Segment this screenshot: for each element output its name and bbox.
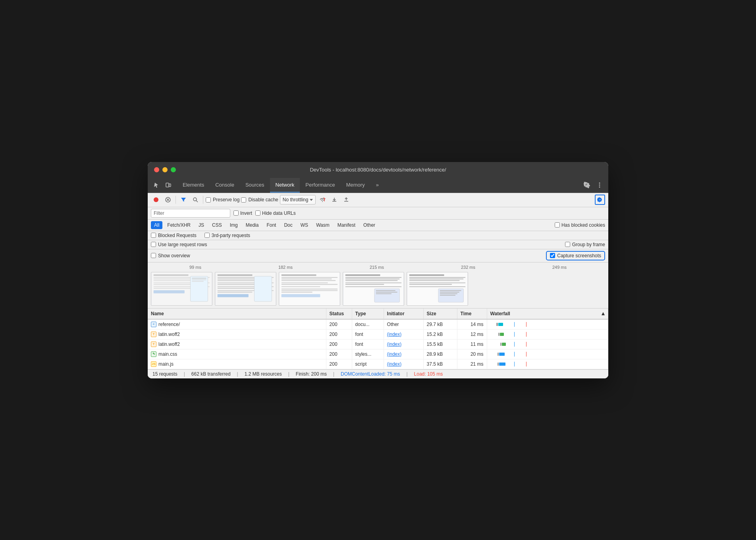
svg-rect-1 [169, 184, 171, 187]
screenshot-thumb-1[interactable] [151, 272, 212, 306]
th-time[interactable]: Time [457, 309, 487, 319]
preserve-log-group[interactable]: Preserve log [206, 197, 239, 202]
screenshot-thumb-4[interactable] [343, 272, 404, 306]
type-filter-other[interactable]: Other [360, 221, 378, 229]
capture-screenshots-group[interactable]: Capture screenshots [546, 251, 605, 260]
has-blocked-cookies-group[interactable]: Has blocked cookies [555, 222, 605, 228]
minimize-button[interactable] [162, 167, 168, 172]
type-filter-img[interactable]: Img [227, 221, 241, 229]
table-row[interactable]: ✎ main.css 200 styles... (index) 28.9 kB… [148, 349, 608, 359]
tab-elements[interactable]: Elements [177, 177, 210, 193]
table-row[interactable]: T latin.woff2 200 font (index) 15.5 kB 1… [148, 339, 608, 349]
type-filter-js[interactable]: JS [195, 221, 207, 229]
type-filter-fetch-xhr[interactable]: Fetch/XHR [164, 221, 194, 229]
table-row[interactable]: ≡ reference/ 200 docu... Other 29.7 kB 1… [148, 320, 608, 330]
svg-rect-52 [282, 280, 336, 281]
invert-checkbox[interactable] [233, 210, 239, 216]
network-settings-button[interactable] [595, 195, 605, 205]
type-filter-manifest[interactable]: Manifest [334, 221, 359, 229]
device-toolbar-icon[interactable] [163, 179, 174, 191]
throttle-select[interactable]: No throttling [280, 195, 316, 204]
type-filter-all[interactable]: All [151, 221, 162, 229]
th-status[interactable]: Status [326, 309, 352, 319]
status-bar: 15 requests | 662 kB transferred | 1.2 M… [148, 369, 608, 378]
show-overview-checkbox[interactable] [151, 253, 156, 258]
third-party-checkbox[interactable] [204, 233, 210, 238]
svg-rect-56 [282, 289, 338, 289]
svg-point-6 [599, 187, 600, 188]
type-filter-font[interactable]: Font [263, 221, 279, 229]
svg-rect-78 [409, 284, 452, 285]
hide-data-urls-checkbox[interactable] [255, 210, 260, 216]
toolbar-separator-2 [203, 196, 203, 204]
th-initiator[interactable]: Initiator [384, 309, 424, 319]
tab-network[interactable]: Network [270, 177, 300, 193]
th-name[interactable]: Name [148, 309, 326, 319]
svg-rect-36 [218, 274, 253, 276]
has-blocked-cookies-checkbox[interactable] [555, 222, 560, 228]
close-button[interactable] [154, 167, 159, 172]
capture-screenshots-checkbox[interactable] [550, 253, 555, 258]
tab-bar-right-icons [581, 179, 605, 191]
svg-rect-61 [345, 274, 380, 276]
filter-input[interactable] [166, 210, 226, 216]
table-row[interactable]: T latin.woff2 200 font (index) 15.2 kB 1… [148, 330, 608, 339]
blocked-requests-group[interactable]: Blocked Requests [151, 233, 197, 238]
record-button[interactable] [151, 195, 161, 205]
use-large-rows-group[interactable]: Use large request rows [151, 242, 207, 247]
cursor-icon[interactable] [151, 179, 162, 191]
th-type[interactable]: Type [352, 309, 384, 319]
svg-rect-70 [376, 291, 397, 292]
use-large-rows-checkbox[interactable] [151, 242, 156, 247]
svg-rect-55 [282, 286, 320, 287]
svg-rect-79 [409, 286, 466, 287]
tab-memory[interactable]: Memory [341, 177, 370, 193]
td-time-3: 11 ms [457, 339, 487, 349]
export-icon[interactable] [341, 195, 351, 205]
maximize-button[interactable] [171, 167, 176, 172]
screenshot-thumb-3[interactable] [279, 272, 340, 306]
group-by-frame-group[interactable]: Group by frame [565, 242, 605, 247]
network-conditions-icon[interactable] [317, 195, 328, 205]
tab-sources[interactable]: Sources [240, 177, 270, 193]
show-overview-group[interactable]: Show overview [151, 253, 190, 258]
filter-button[interactable] [178, 195, 189, 205]
th-waterfall[interactable]: Waterfall [487, 309, 608, 319]
invert-group[interactable]: Invert [233, 210, 252, 216]
third-party-group[interactable]: 3rd-party requests [204, 233, 250, 238]
disable-cache-checkbox[interactable] [241, 197, 246, 202]
type-filter-doc[interactable]: Doc [281, 221, 295, 229]
table-row[interactable]: JS main.js 200 script (index) 37.5 kB 21… [148, 359, 608, 369]
search-button[interactable] [190, 195, 201, 205]
type-filter-wasm[interactable]: Wasm [313, 221, 333, 229]
blocked-requests-checkbox[interactable] [151, 233, 156, 238]
td-initiator-4: (index) [384, 349, 424, 359]
svg-rect-59 [282, 294, 320, 297]
hide-data-urls-group[interactable]: Hide data URLs [255, 210, 296, 216]
type-filter-ws[interactable]: WS [297, 221, 311, 229]
tab-more[interactable]: » [370, 177, 384, 193]
import-icon[interactable] [329, 195, 339, 205]
disable-cache-group[interactable]: Disable cache [241, 197, 278, 202]
svg-rect-66 [345, 284, 384, 285]
th-size[interactable]: Size [424, 309, 457, 319]
clear-button[interactable] [163, 195, 173, 205]
group-by-frame-checkbox[interactable] [565, 242, 570, 247]
td-type-5: script [352, 359, 384, 369]
svg-rect-34 [192, 281, 203, 282]
preserve-log-checkbox[interactable] [206, 197, 211, 202]
main-tabs: Elements Console Sources Network Perform… [177, 177, 581, 193]
type-filter-media[interactable]: Media [243, 221, 262, 229]
svg-rect-67 [345, 286, 402, 287]
more-options-icon[interactable] [594, 179, 605, 191]
js-icon: JS [151, 361, 156, 367]
filter-input-wrapper[interactable]: Filter [151, 209, 230, 218]
type-filter-css[interactable]: CSS [209, 221, 225, 229]
screenshot-thumb-5[interactable] [407, 272, 468, 306]
tab-performance[interactable]: Performance [300, 177, 340, 193]
screenshot-thumb-2[interactable] [215, 272, 276, 306]
svg-point-20 [600, 199, 600, 200]
td-name-4: ✎ main.css [148, 349, 326, 359]
tab-console[interactable]: Console [210, 177, 240, 193]
settings-gear-icon[interactable] [581, 179, 592, 191]
